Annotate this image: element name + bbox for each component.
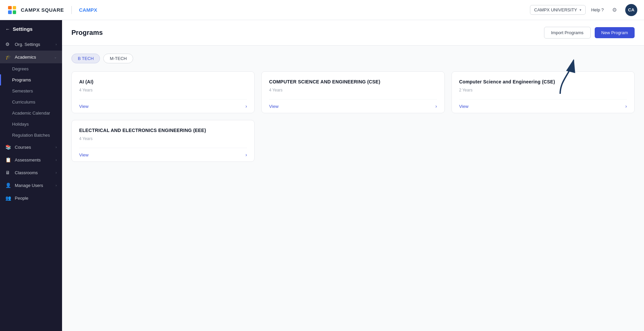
program-card-cse-mixed: Computer Science and Engineering (CSE) 2…: [451, 71, 635, 113]
manage-users-icon: 👤: [5, 183, 11, 188]
logo-cell-yellow: [13, 6, 16, 10]
sidebar-item-programs[interactable]: Programs: [0, 74, 62, 85]
sidebar-item-holidays[interactable]: Holidays: [0, 119, 62, 130]
view-label-ai: View: [79, 104, 89, 109]
filter-tab-mtech[interactable]: M-TECH: [103, 54, 133, 63]
sidebar-item-courses[interactable]: 📚 Courses ›: [0, 141, 62, 153]
view-chevron-cse-upper-icon: ›: [435, 104, 437, 109]
sidebar-label-manage-users: Manage Users: [15, 183, 52, 188]
logo: CAMPX SQUARE CAMPX: [7, 5, 97, 15]
org-settings-icon: ⚙: [5, 42, 11, 47]
program-duration-cse-upper: 4 Years: [269, 88, 437, 92]
program-view-cse-upper[interactable]: View ›: [269, 99, 437, 113]
settings-icon[interactable]: ⚙: [609, 5, 620, 15]
sidebar-item-degrees[interactable]: Degrees: [0, 63, 62, 74]
logo-cell-blue: [8, 10, 12, 14]
sidebar-item-org-settings[interactable]: ⚙ Org. Settings ›: [0, 38, 62, 51]
program-duration-cse-mixed: 2 Years: [459, 88, 627, 92]
view-chevron-cse-mixed-icon: ›: [625, 104, 627, 109]
logo-brand: CAMPX SQUARE: [21, 7, 64, 13]
program-view-ai[interactable]: View ›: [79, 99, 247, 113]
header-right: CAMPX UNIVERSITY ▾ Help ? ⚙ CA: [530, 4, 637, 16]
programs-grid: AI (AI) 4 Years View › COMPUTER SCIENCE …: [71, 71, 635, 162]
logo-grid: [7, 5, 17, 15]
university-name: CAMPX UNIVERSITY: [534, 7, 577, 12]
university-selector[interactable]: CAMPX UNIVERSITY ▾: [530, 5, 586, 15]
view-chevron-eee-icon: ›: [246, 152, 247, 157]
sidebar-label-academics: Academics: [15, 55, 51, 60]
program-duration-eee: 4 Years: [79, 136, 247, 141]
chevron-right-manage-users-icon: ›: [56, 184, 57, 187]
logo-campx: CAMPX: [79, 7, 97, 13]
content-body: B TECH M-TECH AI (AI) 4 Years View ›: [62, 46, 644, 331]
content-header: Programs Import Programs New Program: [62, 20, 644, 46]
active-bar: [0, 74, 1, 85]
help-button[interactable]: Help ?: [591, 7, 604, 12]
program-card-ai: AI (AI) 4 Years View ›: [71, 71, 255, 113]
sidebar-label-assessments: Assessments: [15, 157, 52, 162]
new-program-button[interactable]: New Program: [595, 27, 635, 38]
sidebar-item-academic-calendar[interactable]: Academic Calendar: [0, 108, 62, 119]
program-name-ai: AI (AI): [79, 79, 247, 84]
logo-cell-orange: [8, 6, 12, 10]
sidebar-item-academics[interactable]: 🎓 Academics ⌄: [0, 51, 62, 63]
chevron-right-icon: ›: [56, 43, 57, 46]
assessments-icon: 📋: [5, 157, 11, 162]
program-duration-ai: 4 Years: [79, 88, 247, 92]
logo-divider: [71, 6, 72, 14]
courses-icon: 📚: [5, 144, 11, 150]
sidebar-item-regulation-batches[interactable]: Regulation Batches: [0, 130, 62, 141]
program-card-eee: ELECTRICAL AND ELECTRONICS ENGINEERING (…: [71, 120, 255, 162]
program-view-eee[interactable]: View ›: [79, 148, 247, 161]
main-content: Programs Import Programs New Program B T…: [62, 20, 644, 331]
sidebar-label-people: People: [15, 196, 57, 201]
sidebar-back-label: Settings: [13, 26, 33, 32]
chevron-down-icon: ⌄: [54, 55, 57, 59]
program-card-cse-upper: COMPUTER SCIENCE AND ENGINEERING (CSE) 4…: [261, 71, 444, 113]
sidebar-item-classrooms[interactable]: 🖥 Classrooms ›: [0, 166, 62, 179]
logo-cell-green: [13, 10, 16, 14]
program-name-cse-upper: COMPUTER SCIENCE AND ENGINEERING (CSE): [269, 79, 437, 84]
chevron-down-icon: ▾: [580, 8, 581, 12]
sidebar-item-semesters[interactable]: Semesters: [0, 85, 62, 96]
sidebar-label-classrooms: Classrooms: [15, 170, 52, 175]
view-label-cse-mixed: View: [459, 104, 469, 109]
import-programs-button[interactable]: Import Programs: [544, 27, 591, 39]
top-header: CAMPX SQUARE CAMPX CAMPX UNIVERSITY ▾ He…: [0, 0, 644, 20]
app-body: ← Settings ⚙ Org. Settings › 🎓 Academics…: [0, 20, 644, 331]
sidebar-item-curriculums[interactable]: Curriculums: [0, 96, 62, 108]
avatar[interactable]: CA: [625, 4, 637, 16]
view-chevron-ai-icon: ›: [246, 104, 247, 109]
chevron-right-assessments-icon: ›: [56, 158, 57, 162]
program-name-cse-mixed: Computer Science and Engineering (CSE): [459, 79, 627, 84]
view-label-eee: View: [79, 152, 89, 157]
people-icon: 👥: [5, 195, 11, 201]
header-actions: Import Programs New Program: [544, 27, 635, 39]
filter-tab-btech[interactable]: B TECH: [71, 54, 100, 63]
chevron-right-courses-icon: ›: [56, 145, 57, 149]
sidebar: ← Settings ⚙ Org. Settings › 🎓 Academics…: [0, 20, 62, 331]
sidebar-item-manage-users[interactable]: 👤 Manage Users ›: [0, 179, 62, 192]
classrooms-icon: 🖥: [5, 170, 11, 175]
sidebar-label-courses: Courses: [15, 145, 52, 150]
chevron-right-classrooms-icon: ›: [56, 171, 57, 175]
page-title: Programs: [71, 29, 103, 37]
sidebar-back-button[interactable]: ← Settings: [0, 20, 62, 38]
sidebar-item-assessments[interactable]: 📋 Assessments ›: [0, 153, 62, 166]
program-name-eee: ELECTRICAL AND ELECTRONICS ENGINEERING (…: [79, 128, 247, 133]
sidebar-item-people[interactable]: 👥 People: [0, 192, 62, 204]
logo-campx-square: CAMPX SQUARE: [21, 7, 64, 13]
academics-icon: 🎓: [5, 54, 11, 60]
filter-tabs: B TECH M-TECH: [71, 54, 635, 63]
sidebar-label-org-settings: Org. Settings: [15, 42, 52, 47]
view-label-cse-upper: View: [269, 104, 278, 109]
back-arrow-icon: ←: [5, 26, 10, 32]
program-view-cse-mixed[interactable]: View ›: [459, 99, 627, 113]
main-wrapper: Programs Import Programs New Program B T…: [62, 20, 644, 331]
